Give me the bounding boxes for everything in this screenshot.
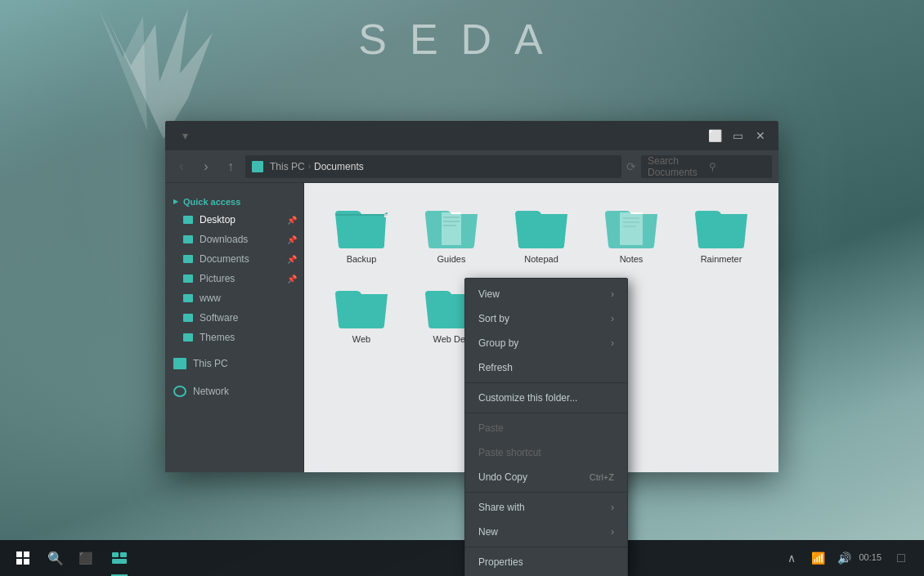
- sidebar-folder-icon-downloads: [183, 235, 193, 243]
- ctx-divider-2: [465, 413, 627, 413]
- sidebar-folder-icon-themes: [183, 333, 193, 342]
- sidebar-folder-icon-software: [183, 314, 193, 322]
- sidebar-item-themes[interactable]: Themes: [165, 328, 303, 347]
- sidebar-folder-icon-documents: [183, 255, 193, 263]
- tray-network[interactable]: 📶: [806, 540, 829, 576]
- svg-rect-11: [112, 559, 127, 564]
- search-icon: ⚲: [709, 161, 765, 172]
- search-bar[interactable]: Search Documents ⚲: [641, 155, 772, 178]
- sidebar-folder-icon-www: [183, 294, 193, 302]
- ctx-undo-copy-label: Undo Copy: [478, 471, 527, 483]
- ctx-share-with[interactable]: Share with ›: [465, 495, 627, 520]
- ctx-paste[interactable]: Paste: [465, 416, 627, 440]
- context-menu: View › Sort by › Group by › Refresh Cust…: [464, 278, 628, 576]
- folder-icon-notes: [605, 206, 657, 248]
- sidebar-quick-access-label: Quick access: [183, 197, 240, 207]
- sidebar-item-network[interactable]: Network: [165, 380, 303, 403]
- sidebar-item-software[interactable]: Software: [165, 308, 303, 328]
- ctx-view[interactable]: View ›: [465, 282, 627, 306]
- folder-rainmeter[interactable]: Rainmeter: [680, 199, 762, 271]
- tray-show-hidden[interactable]: ∧: [780, 540, 803, 576]
- folder-label-web: Web: [352, 333, 370, 345]
- taskbar-search-button[interactable]: 🔍: [41, 540, 70, 576]
- maximize-button[interactable]: ⬜: [703, 124, 726, 147]
- taskbar-apps: [100, 540, 780, 576]
- sidebar-item-pictures[interactable]: Pictures 📌: [165, 269, 303, 288]
- breadcrumb[interactable]: This PC › Documents: [245, 155, 621, 178]
- ctx-properties[interactable]: Properties: [465, 550, 627, 574]
- breadcrumb-thispc[interactable]: This PC: [270, 161, 305, 172]
- sidebar-thispc-icon: [173, 358, 186, 369]
- folder-web[interactable]: Web: [321, 279, 402, 364]
- ctx-new[interactable]: New ›: [465, 520, 627, 544]
- sidebar-label-www: www: [200, 292, 221, 304]
- ctx-paste-shortcut[interactable]: Paste shortcut: [465, 440, 627, 465]
- folder-label-guides: Guides: [437, 253, 466, 265]
- folder-label-notes: Notes: [620, 253, 644, 265]
- folder-icon-rainmeter: [695, 206, 747, 248]
- folder-notes[interactable]: Notes: [590, 199, 672, 271]
- folder-icon-web: [335, 286, 388, 328]
- ctx-sortby-label: Sort by: [478, 313, 509, 324]
- folder-notepad[interactable]: Notepad: [500, 199, 582, 271]
- up-button[interactable]: ↑: [221, 157, 240, 176]
- folder-icon-backup: [335, 206, 388, 248]
- folder-guides[interactable]: Guides: [410, 199, 492, 271]
- folder-label-notepad: Notepad: [524, 253, 558, 265]
- ctx-new-arrow: ›: [611, 526, 614, 538]
- sidebar-label-downloads: Downloads: [200, 234, 248, 245]
- ctx-properties-label: Properties: [478, 556, 523, 568]
- sidebar-folder-icon-pictures: [183, 275, 193, 283]
- ctx-undo-copy-shortcut: Ctrl+Z: [590, 472, 614, 482]
- taskbar-taskview-button[interactable]: ⬛: [70, 540, 100, 576]
- start-button[interactable]: [5, 540, 41, 576]
- folder-backup[interactable]: Backup: [321, 199, 402, 271]
- tray-clock[interactable]: 00:15: [859, 551, 886, 564]
- ctx-sortby[interactable]: Sort by ›: [465, 306, 627, 331]
- taskbar-app-explorer[interactable]: [103, 540, 136, 576]
- tray-volume[interactable]: 🔊: [832, 540, 855, 576]
- ctx-refresh[interactable]: Refresh: [465, 355, 627, 380]
- sidebar-label-themes: Themes: [200, 332, 235, 343]
- close-button[interactable]: ✕: [749, 124, 772, 147]
- ctx-new-label: New: [478, 526, 498, 538]
- back-button[interactable]: ‹: [172, 157, 191, 176]
- search-placeholder: Search Documents: [648, 155, 704, 178]
- ctx-customize[interactable]: Customize this folder...: [465, 386, 627, 410]
- address-refresh-icon[interactable]: ⟳: [626, 160, 636, 173]
- sidebar-item-documents[interactable]: Documents 📌: [165, 249, 303, 269]
- tray-time-value: 00:15: [859, 551, 881, 564]
- ctx-customize-label: Customize this folder...: [478, 392, 577, 404]
- svg-rect-10: [112, 552, 119, 557]
- sidebar-pin-desktop: 📌: [287, 216, 297, 225]
- folder-label-backup: Backup: [347, 253, 377, 265]
- ctx-refresh-label: Refresh: [478, 362, 513, 373]
- sidebar-item-thispc[interactable]: This PC: [165, 352, 303, 375]
- ctx-groupby[interactable]: Group by ›: [465, 331, 627, 355]
- sidebar-quick-access-section: ▸ Quick access Desktop 📌 Downloads 📌 Doc…: [165, 193, 303, 347]
- ctx-sortby-arrow: ›: [611, 313, 614, 324]
- sidebar-quick-access-header[interactable]: ▸ Quick access: [165, 193, 303, 210]
- taskbar-tray: ∧ 📶 🔊 00:15 □: [780, 540, 919, 576]
- folder-label-rainmeter: Rainmeter: [701, 253, 742, 265]
- sidebar-pin-pictures: 📌: [287, 275, 297, 284]
- breadcrumb-documents[interactable]: Documents: [314, 161, 364, 172]
- ctx-divider-1: [465, 382, 627, 383]
- forward-button[interactable]: ›: [196, 157, 216, 176]
- title-bar: ▾ ⬜ ▭ ✕: [165, 121, 778, 150]
- sidebar-label-documents: Documents: [200, 253, 249, 265]
- sidebar-network-icon: [173, 386, 186, 397]
- ctx-undo-copy[interactable]: Undo Copy Ctrl+Z: [465, 465, 627, 489]
- ctx-view-label: View: [478, 288, 500, 300]
- restore-button[interactable]: ▭: [726, 124, 749, 147]
- tray-notification-button[interactable]: □: [890, 540, 913, 576]
- ctx-divider-3: [465, 492, 627, 493]
- folder-icon-notepad: [515, 206, 567, 248]
- breadcrumb-folder-icon: [252, 161, 263, 172]
- sidebar-item-downloads[interactable]: Downloads 📌: [165, 230, 303, 249]
- ctx-share-with-arrow: ›: [611, 502, 614, 513]
- ctx-divider-4: [465, 547, 627, 547]
- sidebar-item-www[interactable]: www: [165, 288, 303, 308]
- ctx-paste-shortcut-label: Paste shortcut: [478, 447, 541, 458]
- sidebar-item-desktop[interactable]: Desktop 📌: [165, 210, 303, 230]
